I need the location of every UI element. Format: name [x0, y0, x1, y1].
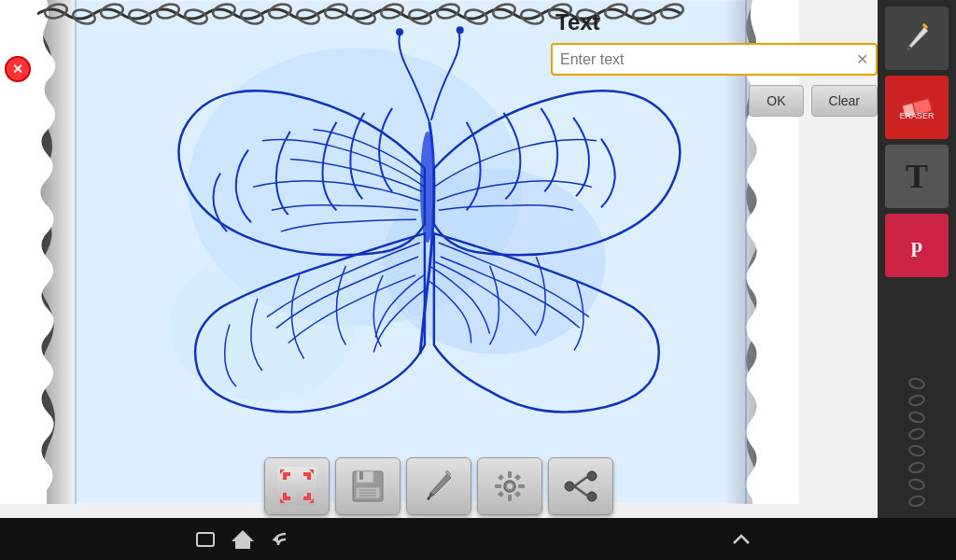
svg-rect-66 — [518, 484, 525, 488]
bottom-toolbar — [0, 455, 878, 518]
svg-point-36 — [908, 377, 925, 390]
expand-button[interactable] — [264, 457, 330, 515]
text-tool-icon: T — [885, 145, 949, 208]
eraser-tool-button[interactable]: ERASER — [883, 74, 950, 141]
svg-point-72 — [587, 492, 597, 501]
share-button[interactable] — [548, 457, 613, 515]
svg-marker-77 — [232, 530, 254, 549]
home-button[interactable] — [224, 521, 261, 558]
svg-rect-70 — [514, 491, 521, 497]
svg-rect-55 — [359, 471, 363, 480]
pinterest-button[interactable]: p — [883, 212, 950, 279]
text-input[interactable] — [560, 51, 852, 68]
svg-point-39 — [908, 427, 925, 441]
rope-right — [903, 374, 931, 518]
svg-point-2 — [383, 169, 606, 355]
save-button[interactable] — [335, 457, 401, 515]
svg-point-62 — [507, 483, 513, 489]
settings-button[interactable] — [477, 457, 542, 515]
pen-icon — [885, 7, 949, 70]
draw-button[interactable] — [406, 457, 471, 515]
dialog-title: Text — [551, 9, 878, 35]
svg-rect-69 — [498, 491, 504, 497]
eraser-icon: ERASER — [885, 76, 949, 139]
dialog-input-clear-icon[interactable]: ✕ — [856, 50, 868, 68]
svg-point-42 — [908, 478, 925, 491]
text-tool-button[interactable]: T — [883, 143, 950, 210]
nav-bar — [0, 518, 956, 560]
svg-rect-68 — [514, 474, 521, 481]
pen-tool-button[interactable] — [883, 5, 950, 72]
svg-rect-63 — [508, 471, 512, 478]
svg-text:ERASER: ERASER — [899, 111, 935, 120]
svg-rect-76 — [197, 533, 214, 546]
dialog-input-row: ✕ — [551, 43, 878, 76]
svg-rect-67 — [498, 474, 504, 481]
svg-point-60 — [428, 497, 430, 500]
text-dialog: Text ✕ OK Clear — [551, 9, 878, 117]
svg-point-43 — [908, 495, 925, 508]
svg-line-74 — [574, 477, 587, 486]
svg-point-37 — [908, 394, 925, 407]
svg-point-41 — [908, 461, 925, 474]
svg-text:p: p — [911, 233, 922, 257]
svg-point-5 — [396, 28, 403, 35]
svg-rect-54 — [357, 471, 373, 483]
back-button[interactable] — [261, 521, 299, 558]
svg-point-38 — [908, 411, 925, 424]
ok-button[interactable]: OK — [749, 85, 803, 117]
svg-point-3 — [169, 252, 355, 400]
svg-point-71 — [587, 471, 597, 481]
svg-rect-64 — [508, 495, 512, 501]
svg-text:T: T — [906, 158, 928, 195]
close-button[interactable] — [5, 56, 31, 82]
clear-button[interactable]: Clear — [811, 85, 878, 117]
dialog-buttons: OK Clear — [551, 85, 878, 117]
svg-rect-65 — [495, 484, 501, 488]
svg-point-40 — [908, 444, 925, 457]
svg-line-75 — [574, 486, 587, 496]
pinterest-icon: p — [885, 214, 949, 277]
right-toolbar: ERASER T p — [878, 0, 956, 518]
recent-apps-button[interactable] — [187, 521, 224, 558]
collapse-button[interactable] — [723, 521, 760, 558]
svg-point-73 — [565, 482, 574, 491]
